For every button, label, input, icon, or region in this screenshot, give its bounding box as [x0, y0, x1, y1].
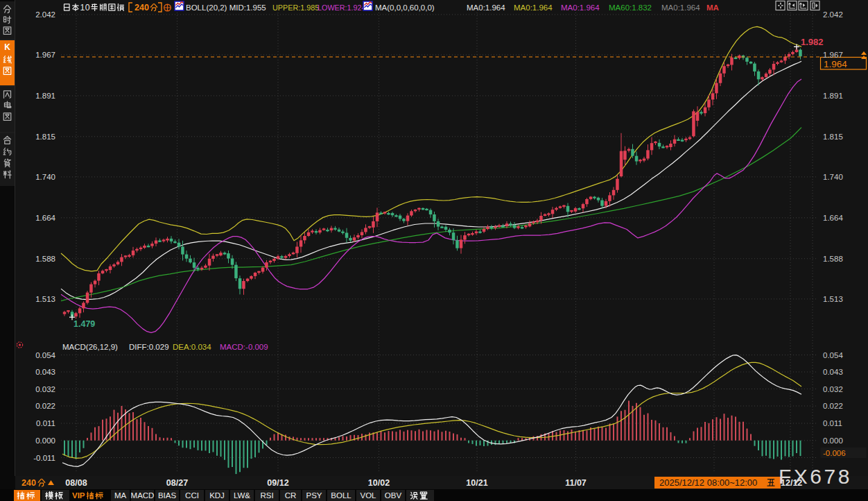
svg-text:1.891: 1.891: [823, 92, 843, 100]
svg-text:1.967: 1.967: [823, 51, 843, 59]
svg-text:0.000: 0.000: [35, 436, 55, 445]
svg-text:1.815: 1.815: [823, 133, 843, 141]
svg-text:0.032: 0.032: [35, 385, 55, 393]
svg-text:KDJ: KDJ: [209, 491, 225, 500]
svg-text:OBV: OBV: [385, 491, 402, 500]
svg-text:2025/12/12 08:00~12:00: 2025/12/12 08:00~12:00: [659, 477, 757, 488]
svg-text:1.815: 1.815: [35, 133, 55, 141]
svg-text:CR: CR: [285, 491, 297, 500]
svg-text:UPPER:1.985: UPPER:1.985: [272, 3, 319, 12]
svg-text:VOL: VOL: [360, 491, 376, 500]
svg-text:1.513: 1.513: [35, 295, 55, 303]
svg-text:1.967: 1.967: [35, 51, 55, 59]
svg-text:2.042: 2.042: [823, 10, 843, 19]
svg-text:MA0:1.964: MA0:1.964: [467, 3, 505, 12]
svg-text:MACD(26,12,9): MACD(26,12,9): [62, 343, 118, 351]
svg-text:BIAS: BIAS: [158, 491, 177, 500]
svg-text:0.011: 0.011: [36, 419, 55, 427]
svg-text:240: 240: [134, 3, 149, 12]
svg-text:-0.011: -0.011: [33, 454, 55, 462]
svg-text:BOLL: BOLL: [331, 491, 351, 500]
svg-text:K: K: [4, 42, 10, 52]
svg-text:MA60:1.832: MA60:1.832: [609, 3, 652, 12]
svg-text:MACD: MACD: [131, 491, 155, 500]
svg-text:0.022: 0.022: [35, 402, 55, 410]
svg-text:10/02: 10/02: [368, 478, 390, 488]
svg-text:MA0:1.964: MA0:1.964: [661, 3, 700, 12]
svg-text:2.042: 2.042: [35, 10, 55, 19]
svg-text:-0.006: -0.006: [823, 449, 846, 457]
svg-text:1.964: 1.964: [824, 59, 847, 69]
svg-text:1.891: 1.891: [35, 92, 55, 100]
svg-text:RSI: RSI: [260, 491, 273, 500]
svg-text:1.664: 1.664: [35, 214, 55, 222]
svg-text:0.054: 0.054: [823, 351, 843, 359]
svg-text:11/07: 11/07: [565, 478, 587, 488]
svg-text:1.740: 1.740: [35, 173, 55, 181]
svg-text:PSY: PSY: [306, 491, 322, 500]
svg-text:MA: MA: [114, 491, 127, 500]
svg-text:MA0:1.964: MA0:1.964: [561, 3, 600, 12]
svg-text:1: 1: [80, 3, 85, 12]
svg-text:MACD:-0.009: MACD:-0.009: [220, 343, 268, 351]
svg-text:0.032: 0.032: [823, 385, 843, 393]
svg-text:12/12: 12/12: [781, 478, 802, 488]
svg-text:MA0:1.964: MA0:1.964: [514, 3, 553, 12]
svg-text:10/21: 10/21: [466, 478, 487, 488]
svg-text:240: 240: [21, 478, 36, 488]
svg-text:DEA:0.034: DEA:0.034: [173, 343, 211, 351]
svg-text:0.043: 0.043: [823, 368, 843, 376]
svg-text:0.054: 0.054: [35, 351, 55, 359]
svg-text:BOLL(20,2) MID:1.955: BOLL(20,2) MID:1.955: [186, 3, 266, 12]
svg-text:08/27: 08/27: [166, 478, 188, 488]
svg-text:1.479: 1.479: [73, 319, 95, 329]
svg-text:LW&: LW&: [234, 491, 250, 500]
svg-text:1.588: 1.588: [35, 255, 55, 263]
svg-text:0.022: 0.022: [823, 402, 843, 410]
svg-text:CCI: CCI: [185, 491, 199, 500]
svg-text:0.011: 0.011: [823, 419, 842, 427]
svg-text:MA: MA: [706, 3, 719, 12]
svg-text:1.740: 1.740: [823, 173, 843, 181]
svg-text:0: 0: [85, 3, 90, 12]
svg-text:0.043: 0.043: [35, 368, 55, 376]
svg-text:VIP: VIP: [72, 491, 85, 500]
svg-text:1.982: 1.982: [801, 37, 824, 47]
svg-text:DIFF:0.029: DIFF:0.029: [129, 343, 169, 351]
svg-text:LOWER:1.924: LOWER:1.924: [318, 3, 366, 12]
svg-text:MA(0,0,0,60,0,0): MA(0,0,0,60,0,0): [375, 3, 435, 12]
svg-text:09/12: 09/12: [267, 478, 288, 488]
svg-text:08/08: 08/08: [65, 478, 87, 488]
svg-text:1.664: 1.664: [823, 214, 843, 222]
svg-text:0.000: 0.000: [823, 436, 843, 445]
svg-text:1.513: 1.513: [823, 295, 843, 303]
svg-text:1.588: 1.588: [823, 255, 843, 263]
